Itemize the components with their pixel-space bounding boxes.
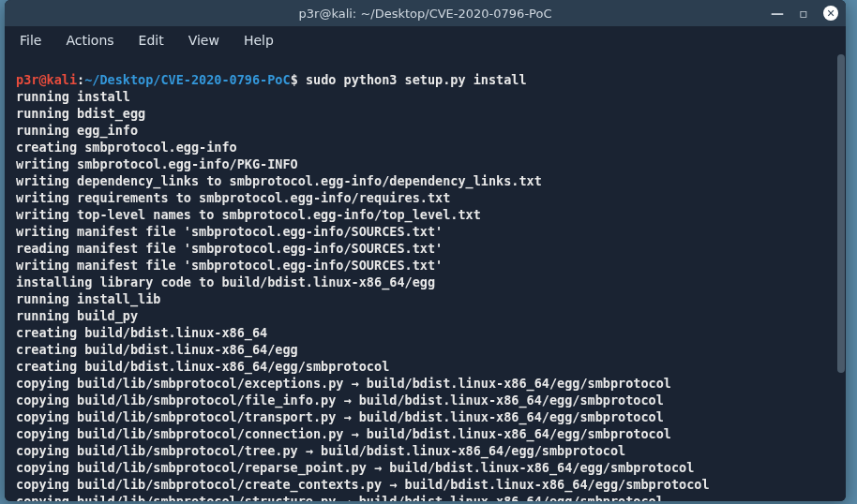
- prompt-separator: :: [77, 72, 84, 87]
- terminal-window: p3r@kali: ~/Desktop/CVE-2020-0796-PoC — …: [5, 0, 846, 501]
- prompt-user-host: p3r@kali: [16, 72, 77, 87]
- scrollbar-thumb[interactable]: [837, 54, 845, 373]
- prompt-symbol: $: [291, 72, 298, 87]
- window-controls: — ▫ ✕: [771, 0, 838, 26]
- menu-edit[interactable]: Edit: [139, 33, 164, 48]
- terminal-body[interactable]: p3r@kali:~/Desktop/CVE-2020-0796-PoC$ su…: [5, 54, 846, 501]
- prompt-path: ~/Desktop/CVE-2020-0796-PoC: [84, 72, 290, 87]
- close-button[interactable]: ✕: [823, 6, 838, 21]
- window-title: p3r@kali: ~/Desktop/CVE-2020-0796-PoC: [299, 7, 552, 21]
- menubar: File Actions Edit View Help: [5, 26, 846, 54]
- menu-file[interactable]: File: [20, 33, 41, 48]
- menu-help[interactable]: Help: [244, 33, 274, 48]
- output-lines: running install running bdist_egg runnin…: [16, 88, 834, 501]
- menu-view[interactable]: View: [188, 33, 219, 48]
- minimize-button[interactable]: —: [771, 7, 784, 20]
- command-text: sudo python3 setup.py install: [306, 72, 527, 87]
- titlebar[interactable]: p3r@kali: ~/Desktop/CVE-2020-0796-PoC — …: [5, 0, 846, 26]
- menu-actions[interactable]: Actions: [66, 33, 113, 48]
- maximize-button[interactable]: ▫: [797, 7, 810, 20]
